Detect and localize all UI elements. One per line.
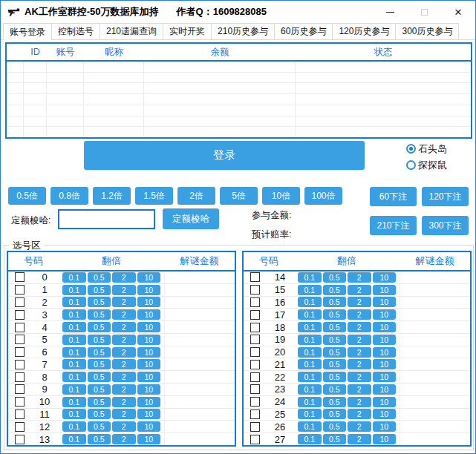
option-10-button[interactable]: 10 [373,322,397,332]
number-19-checkbox[interactable] [250,335,260,344]
number-9-checkbox[interactable] [15,384,25,394]
option-0.5-button[interactable]: 0.5 [88,434,111,444]
option-2-button[interactable]: 2 [348,421,371,432]
multiplier-button-10倍[interactable]: 10倍 [262,187,300,205]
tab-60历史参与[interactable]: 60历史参与 [274,23,333,39]
option-0.1-button[interactable]: 0.1 [62,335,86,345]
tab-300历史参与[interactable]: 300历史参与 [395,23,459,39]
option-10-button[interactable]: 10 [373,359,397,369]
option-2-button[interactable]: 2 [348,384,371,395]
option-10-button[interactable]: 10 [373,372,397,382]
number-1-checkbox[interactable] [15,285,25,295]
number-2-checkbox[interactable] [15,297,25,307]
option-2-button[interactable]: 2 [112,272,136,283]
number-15-checkbox[interactable] [250,285,260,295]
option-10-button[interactable]: 10 [373,297,397,307]
tab-210遗漏查询[interactable]: 210遗漏查询 [100,23,163,39]
number-13-checkbox[interactable] [15,435,25,444]
option-2-button[interactable]: 2 [112,309,136,320]
number-5-checkbox[interactable] [15,335,25,344]
multiplier-button-5倍[interactable]: 5倍 [220,187,258,205]
option-0.1-button[interactable]: 0.1 [298,309,322,320]
option-10-button[interactable]: 10 [373,409,397,419]
option-10-button[interactable]: 10 [373,384,397,395]
option-10-button[interactable]: 10 [137,397,161,407]
option-0.5-button[interactable]: 0.5 [323,309,347,320]
option-0.5-button[interactable]: 0.5 [88,285,111,295]
option-0.5-button[interactable]: 0.5 [88,347,111,358]
option-10-button[interactable]: 10 [137,347,161,358]
option-2-button[interactable]: 2 [348,434,371,444]
fixed-allin-input[interactable] [58,209,155,229]
option-2-button[interactable]: 2 [348,347,371,358]
option-0.1-button[interactable]: 0.1 [62,384,86,395]
option-0.1-button[interactable]: 0.1 [62,372,86,382]
option-0.5-button[interactable]: 0.5 [88,272,111,283]
number-18-checkbox[interactable] [250,323,260,332]
option-0.1-button[interactable]: 0.1 [298,285,322,295]
site-radio-石头岛[interactable]: 石头岛 [406,142,447,156]
option-0.5-button[interactable]: 0.5 [88,309,111,320]
option-0.1-button[interactable]: 0.1 [62,285,86,295]
option-0.5-button[interactable]: 0.5 [88,409,111,419]
option-0.5-button[interactable]: 0.5 [323,285,347,295]
option-0.1-button[interactable]: 0.1 [62,397,86,407]
option-2-button[interactable]: 2 [348,397,371,407]
option-0.5-button[interactable]: 0.5 [88,322,111,332]
option-2-button[interactable]: 2 [348,335,371,345]
option-2-button[interactable]: 2 [112,397,136,407]
option-2-button[interactable]: 2 [348,272,371,283]
option-10-button[interactable]: 10 [137,285,161,295]
option-0.5-button[interactable]: 0.5 [323,297,347,307]
tab-实时开奖[interactable]: 实时开奖 [163,23,212,39]
number-27-checkbox[interactable] [250,435,260,444]
option-10-button[interactable]: 10 [137,297,161,307]
option-0.1-button[interactable]: 0.1 [298,297,322,307]
option-2-button[interactable]: 2 [112,372,136,382]
option-0.5-button[interactable]: 0.5 [88,397,111,407]
option-10-button[interactable]: 10 [137,272,161,283]
option-10-button[interactable]: 10 [137,359,161,369]
option-0.5-button[interactable]: 0.5 [88,384,111,395]
option-0.1-button[interactable]: 0.1 [62,409,86,419]
number-26-checkbox[interactable] [250,422,260,432]
option-10-button[interactable]: 10 [137,384,161,395]
option-0.1-button[interactable]: 0.1 [298,359,322,369]
number-25-checkbox[interactable] [250,409,260,419]
site-radio-探探鼠[interactable]: 探探鼠 [406,158,447,172]
number-6-checkbox[interactable] [15,347,25,357]
option-0.5-button[interactable]: 0.5 [323,322,347,332]
option-2-button[interactable]: 2 [112,409,136,419]
option-0.5-button[interactable]: 0.5 [323,347,347,358]
option-0.5-button[interactable]: 0.5 [88,372,111,382]
number-22-checkbox[interactable] [250,372,260,382]
number-20-checkbox[interactable] [250,347,260,357]
option-10-button[interactable]: 10 [137,335,161,345]
tab-账号登录[interactable]: 账号登录 [3,23,52,40]
option-2-button[interactable]: 2 [112,359,136,369]
option-2-button[interactable]: 2 [348,297,371,307]
number-11-checkbox[interactable] [15,409,25,419]
option-0.1-button[interactable]: 0.1 [298,372,322,382]
option-10-button[interactable]: 10 [137,309,161,320]
option-0.1-button[interactable]: 0.1 [298,409,322,419]
tab-120历史参与[interactable]: 120历史参与 [332,23,396,39]
bet-button-300下注[interactable]: 300下注 [422,216,469,235]
number-16-checkbox[interactable] [250,297,260,307]
option-0.1-button[interactable]: 0.1 [62,347,86,358]
option-2-button[interactable]: 2 [348,322,371,332]
option-0.5-button[interactable]: 0.5 [323,397,347,407]
option-0.1-button[interactable]: 0.1 [62,322,86,332]
option-2-button[interactable]: 2 [112,322,136,332]
option-2-button[interactable]: 2 [112,335,136,345]
number-3-checkbox[interactable] [15,310,25,320]
option-2-button[interactable]: 2 [348,409,371,419]
tab-控制选号[interactable]: 控制选号 [51,23,100,39]
bet-button-60下注[interactable]: 60下注 [370,187,417,206]
multiplier-button-1.5倍[interactable]: 1.5倍 [135,187,173,205]
option-0.5-button[interactable]: 0.5 [323,372,347,382]
multiplier-button-0.5倍[interactable]: 0.5倍 [8,187,46,205]
option-0.5-button[interactable]: 0.5 [323,434,347,444]
tab-210历史参与[interactable]: 210历史参与 [211,23,275,39]
option-2-button[interactable]: 2 [112,285,136,295]
